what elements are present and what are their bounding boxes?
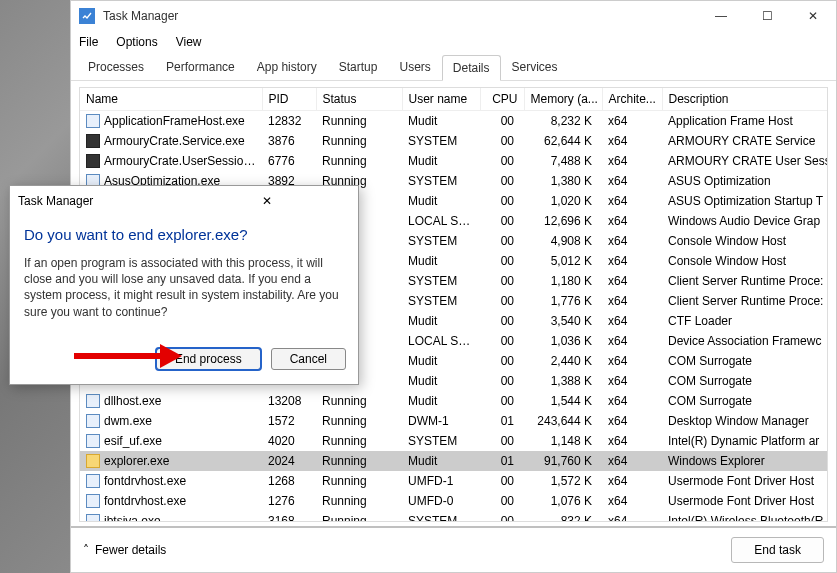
col-cpu[interactable]: CPU [480, 88, 524, 111]
cell-desc: Client Server Runtime Proce: [662, 291, 828, 311]
table-row[interactable]: esif_uf.exe4020RunningSYSTEM001,148 Kx64… [80, 431, 828, 451]
cell-cpu: 00 [480, 471, 524, 491]
table-row[interactable]: fontdrvhost.exe1268RunningUMFD-1001,572 … [80, 471, 828, 491]
cell-pid: 4020 [262, 431, 316, 451]
cell-user: UMFD-1 [402, 471, 480, 491]
cell-memory: 1,544 K [524, 391, 602, 411]
cell-desc: ARMOURY CRATE Service [662, 131, 828, 151]
cell-memory: 12,696 K [524, 211, 602, 231]
close-button[interactable]: ✕ [790, 1, 836, 31]
tab-details[interactable]: Details [442, 55, 501, 81]
window-title: Task Manager [103, 9, 698, 23]
process-icon [86, 134, 100, 148]
col-memory[interactable]: Memory (a... [524, 88, 602, 111]
menu-options[interactable]: Options [116, 35, 157, 49]
cell-desc: Console Window Host [662, 251, 828, 271]
cell-arch: x64 [602, 331, 662, 351]
cell-cpu: 00 [480, 191, 524, 211]
cell-arch: x64 [602, 231, 662, 251]
cell-cpu: 00 [480, 111, 524, 131]
cell-memory: 1,180 K [524, 271, 602, 291]
cell-status: Running [316, 471, 402, 491]
maximize-button[interactable]: ☐ [744, 1, 790, 31]
table-row[interactable]: ArmouryCrate.Service.exe3876RunningSYSTE… [80, 131, 828, 151]
cell-arch: x64 [602, 291, 662, 311]
cell-status: Running [316, 451, 402, 471]
end-task-button[interactable]: End task [731, 537, 824, 563]
table-row[interactable]: dwm.exe1572RunningDWM-101243,644 Kx64Des… [80, 411, 828, 431]
cell-name: dwm.exe [80, 411, 262, 431]
minimize-button[interactable]: — [698, 1, 744, 31]
table-row[interactable]: ArmouryCrate.UserSessionH...6776RunningM… [80, 151, 828, 171]
tab-startup[interactable]: Startup [328, 54, 389, 80]
cell-arch: x64 [602, 191, 662, 211]
cell-cpu: 00 [480, 271, 524, 291]
cell-user: SYSTEM [402, 271, 480, 291]
col-pid[interactable]: PID [262, 88, 316, 111]
col-status[interactable]: Status [316, 88, 402, 111]
cell-arch: x64 [602, 171, 662, 191]
svg-rect-0 [82, 11, 92, 21]
cell-memory: 2,440 K [524, 351, 602, 371]
tab-performance[interactable]: Performance [155, 54, 246, 80]
dialog-title: Task Manager [18, 194, 184, 208]
tab-processes[interactable]: Processes [77, 54, 155, 80]
table-row[interactable]: dllhost.exe13208RunningMudit001,544 Kx64… [80, 391, 828, 411]
cell-cpu: 00 [480, 211, 524, 231]
cell-desc: COM Surrogate [662, 371, 828, 391]
cell-desc: COM Surrogate [662, 351, 828, 371]
cell-user: SYSTEM [402, 431, 480, 451]
cell-cpu: 00 [480, 391, 524, 411]
table-row[interactable]: fontdrvhost.exe1276RunningUMFD-0001,076 … [80, 491, 828, 511]
fewer-details-label: Fewer details [95, 543, 166, 557]
cell-desc: ASUS Optimization [662, 171, 828, 191]
cell-user: Mudit [402, 191, 480, 211]
tab-users[interactable]: Users [388, 54, 441, 80]
dialog-headline: Do you want to end explorer.exe? [24, 226, 344, 243]
cell-pid: 6776 [262, 151, 316, 171]
dialog-title-bar[interactable]: Task Manager ✕ [10, 186, 358, 216]
table-row[interactable]: ibtsiva.exe3168RunningSYSTEM00832 Kx64In… [80, 511, 828, 523]
process-icon [86, 474, 100, 488]
cell-status: Running [316, 491, 402, 511]
fewer-details-toggle[interactable]: ˄ Fewer details [83, 543, 166, 557]
col-name[interactable]: Name [80, 88, 262, 111]
menu-file[interactable]: File [79, 35, 98, 49]
cell-desc: Console Window Host [662, 231, 828, 251]
col-user[interactable]: User name [402, 88, 480, 111]
cell-arch: x64 [602, 311, 662, 331]
cell-user: SYSTEM [402, 231, 480, 251]
cell-arch: x64 [602, 251, 662, 271]
cell-cpu: 00 [480, 331, 524, 351]
cancel-button[interactable]: Cancel [271, 348, 346, 370]
cell-cpu: 00 [480, 491, 524, 511]
cell-memory: 7,488 K [524, 151, 602, 171]
cell-desc: ARMOURY CRATE User Sessi [662, 151, 828, 171]
end-process-button[interactable]: End process [156, 348, 261, 370]
cell-user: Mudit [402, 151, 480, 171]
table-row[interactable]: explorer.exe2024RunningMudit0191,760 Kx6… [80, 451, 828, 471]
table-row[interactable]: ApplicationFrameHost.exe12832RunningMudi… [80, 111, 828, 131]
cell-cpu: 01 [480, 451, 524, 471]
cell-memory: 832 K [524, 511, 602, 523]
cell-memory: 1,020 K [524, 191, 602, 211]
end-process-dialog: Task Manager ✕ Do you want to end explor… [9, 185, 359, 385]
cell-pid: 2024 [262, 451, 316, 471]
cell-user: UMFD-0 [402, 491, 480, 511]
title-bar[interactable]: Task Manager — ☐ ✕ [71, 1, 836, 31]
cell-memory: 8,232 K [524, 111, 602, 131]
dialog-close-button[interactable]: ✕ [184, 194, 350, 208]
cell-name: dllhost.exe [80, 391, 262, 411]
cell-pid: 3168 [262, 511, 316, 523]
cell-desc: Client Server Runtime Proce: [662, 271, 828, 291]
cell-user: Mudit [402, 371, 480, 391]
col-arch[interactable]: Archite... [602, 88, 662, 111]
cell-status: Running [316, 391, 402, 411]
col-description[interactable]: Description [662, 88, 828, 111]
tab-app-history[interactable]: App history [246, 54, 328, 80]
menu-view[interactable]: View [176, 35, 202, 49]
cell-user: LOCAL SE... [402, 211, 480, 231]
cell-pid: 3876 [262, 131, 316, 151]
tab-services[interactable]: Services [501, 54, 569, 80]
cell-cpu: 00 [480, 131, 524, 151]
